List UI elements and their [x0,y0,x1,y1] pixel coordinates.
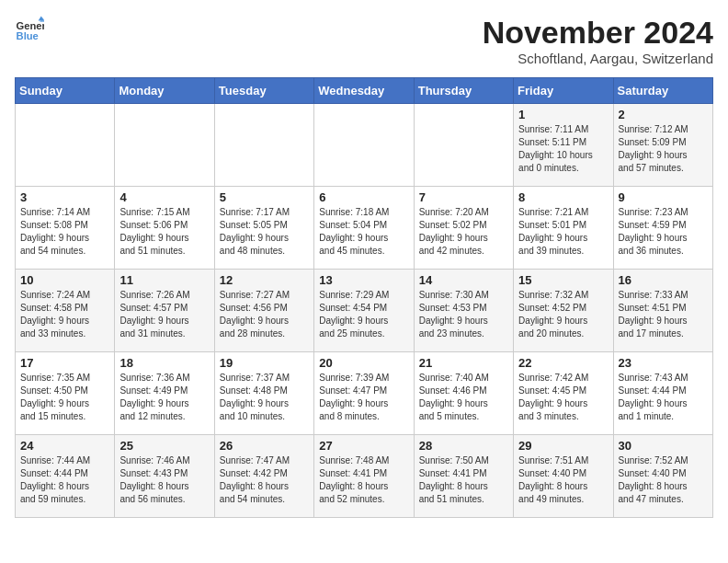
calendar-cell: 20Sunrise: 7:39 AM Sunset: 4:47 PM Dayli… [314,352,414,435]
calendar-cell: 5Sunrise: 7:17 AM Sunset: 5:05 PM Daylig… [214,187,313,270]
location-title: Schoftland, Aargau, Switzerland [483,51,713,66]
day-info: Sunrise: 7:15 AM Sunset: 5:06 PM Dayligh… [119,206,209,258]
day-number: 18 [119,356,209,370]
day-number: 16 [619,273,708,287]
col-header-tuesday: Tuesday [214,78,313,104]
calendar-cell: 7Sunrise: 7:20 AM Sunset: 5:02 PM Daylig… [414,187,513,270]
calendar-table: SundayMondayTuesdayWednesdayThursdayFrid… [15,77,713,518]
day-info: Sunrise: 7:50 AM Sunset: 4:41 PM Dayligh… [419,454,508,506]
calendar-cell: 6Sunrise: 7:18 AM Sunset: 5:04 PM Daylig… [314,187,414,270]
svg-text:Blue: Blue [17,30,39,41]
day-info: Sunrise: 7:32 AM Sunset: 4:52 PM Dayligh… [518,289,608,340]
calendar-cell: 4Sunrise: 7:15 AM Sunset: 5:06 PM Daylig… [115,187,214,270]
calendar-cell: 9Sunrise: 7:23 AM Sunset: 4:59 PM Daylig… [613,187,712,270]
month-title: November 2024 [483,15,713,51]
calendar-cell: 21Sunrise: 7:40 AM Sunset: 4:46 PM Dayli… [414,352,513,435]
calendar-cell: 19Sunrise: 7:37 AM Sunset: 4:48 PM Dayli… [214,352,313,435]
calendar-cell: 14Sunrise: 7:30 AM Sunset: 4:53 PM Dayli… [414,270,513,352]
col-header-friday: Friday [514,78,613,104]
day-info: Sunrise: 7:39 AM Sunset: 4:47 PM Dayligh… [319,372,408,423]
day-number: 6 [319,190,408,204]
calendar-cell: 28Sunrise: 7:50 AM Sunset: 4:41 PM Dayli… [414,435,513,518]
day-number: 21 [419,356,508,370]
calendar-cell: 11Sunrise: 7:26 AM Sunset: 4:57 PM Dayli… [115,270,214,352]
calendar-cell: 13Sunrise: 7:29 AM Sunset: 4:54 PM Dayli… [314,270,414,352]
day-info: Sunrise: 7:47 AM Sunset: 4:42 PM Dayligh… [220,454,309,506]
day-info: Sunrise: 7:20 AM Sunset: 5:02 PM Dayligh… [419,206,508,258]
day-info: Sunrise: 7:44 AM Sunset: 4:44 PM Dayligh… [20,454,109,506]
calendar-week-row: 1Sunrise: 7:11 AM Sunset: 5:11 PM Daylig… [16,104,713,187]
day-number: 8 [518,190,608,204]
day-number: 13 [319,273,408,287]
calendar-week-row: 24Sunrise: 7:44 AM Sunset: 4:44 PM Dayli… [16,435,713,518]
day-number: 3 [20,190,109,204]
calendar-week-row: 10Sunrise: 7:24 AM Sunset: 4:58 PM Dayli… [16,270,713,352]
day-number: 19 [220,356,309,370]
day-number: 12 [220,273,309,287]
day-info: Sunrise: 7:51 AM Sunset: 4:40 PM Dayligh… [518,454,608,506]
day-info: Sunrise: 7:26 AM Sunset: 4:57 PM Dayligh… [119,289,209,340]
calendar-header-row: SundayMondayTuesdayWednesdayThursdayFrid… [16,78,713,104]
calendar-cell [16,104,115,187]
day-number: 26 [220,439,309,453]
day-number: 27 [319,439,408,453]
day-info: Sunrise: 7:52 AM Sunset: 4:40 PM Dayligh… [619,454,708,506]
calendar-cell: 12Sunrise: 7:27 AM Sunset: 4:56 PM Dayli… [214,270,313,352]
day-number: 1 [518,108,608,121]
day-number: 20 [319,356,408,370]
day-info: Sunrise: 7:40 AM Sunset: 4:46 PM Dayligh… [419,372,508,423]
calendar-cell: 18Sunrise: 7:36 AM Sunset: 4:49 PM Dayli… [115,352,214,435]
day-info: Sunrise: 7:18 AM Sunset: 5:04 PM Dayligh… [319,206,408,258]
calendar-cell [115,104,214,187]
day-info: Sunrise: 7:11 AM Sunset: 5:11 PM Dayligh… [518,123,608,175]
calendar-cell [314,104,414,187]
calendar-cell: 16Sunrise: 7:33 AM Sunset: 4:51 PM Dayli… [613,270,712,352]
day-info: Sunrise: 7:46 AM Sunset: 4:43 PM Dayligh… [119,454,209,506]
day-number: 11 [119,273,209,287]
day-info: Sunrise: 7:21 AM Sunset: 5:01 PM Dayligh… [518,206,608,258]
calendar-cell: 24Sunrise: 7:44 AM Sunset: 4:44 PM Dayli… [16,435,115,518]
calendar-cell: 25Sunrise: 7:46 AM Sunset: 4:43 PM Dayli… [115,435,214,518]
day-info: Sunrise: 7:14 AM Sunset: 5:08 PM Dayligh… [20,206,109,258]
day-info: Sunrise: 7:17 AM Sunset: 5:05 PM Dayligh… [220,206,309,258]
calendar-cell: 26Sunrise: 7:47 AM Sunset: 4:42 PM Dayli… [214,435,313,518]
day-number: 5 [220,190,309,204]
day-number: 22 [518,356,608,370]
title-area: November 2024 Schoftland, Aargau, Switze… [483,15,713,66]
logo-icon: General Blue [15,15,44,44]
calendar-cell: 10Sunrise: 7:24 AM Sunset: 4:58 PM Dayli… [16,270,115,352]
day-number: 23 [619,356,708,370]
day-info: Sunrise: 7:12 AM Sunset: 5:09 PM Dayligh… [619,123,708,175]
calendar-cell: 27Sunrise: 7:48 AM Sunset: 4:41 PM Dayli… [314,435,414,518]
day-number: 25 [119,439,209,453]
col-header-monday: Monday [115,78,214,104]
col-header-thursday: Thursday [414,78,513,104]
day-info: Sunrise: 7:37 AM Sunset: 4:48 PM Dayligh… [220,372,309,423]
calendar-cell [214,104,313,187]
day-number: 17 [20,356,109,370]
col-header-sunday: Sunday [16,78,115,104]
calendar-week-row: 3Sunrise: 7:14 AM Sunset: 5:08 PM Daylig… [16,187,713,270]
day-number: 28 [419,439,508,453]
day-info: Sunrise: 7:30 AM Sunset: 4:53 PM Dayligh… [419,289,508,340]
calendar-cell: 17Sunrise: 7:35 AM Sunset: 4:50 PM Dayli… [16,352,115,435]
day-number: 10 [20,273,109,287]
calendar-cell [414,104,513,187]
page-header: General Blue November 2024 Schoftland, A… [15,15,713,66]
calendar-cell: 3Sunrise: 7:14 AM Sunset: 5:08 PM Daylig… [16,187,115,270]
calendar-week-row: 17Sunrise: 7:35 AM Sunset: 4:50 PM Dayli… [16,352,713,435]
calendar-cell: 15Sunrise: 7:32 AM Sunset: 4:52 PM Dayli… [514,270,613,352]
day-number: 29 [518,439,608,453]
day-info: Sunrise: 7:48 AM Sunset: 4:41 PM Dayligh… [319,454,408,506]
calendar-cell: 22Sunrise: 7:42 AM Sunset: 4:45 PM Dayli… [514,352,613,435]
day-number: 7 [419,190,508,204]
day-number: 9 [619,190,708,204]
day-number: 2 [619,108,708,121]
day-info: Sunrise: 7:33 AM Sunset: 4:51 PM Dayligh… [619,289,708,340]
day-info: Sunrise: 7:36 AM Sunset: 4:49 PM Dayligh… [119,372,209,423]
day-info: Sunrise: 7:43 AM Sunset: 4:44 PM Dayligh… [619,372,708,423]
day-number: 14 [419,273,508,287]
calendar-cell: 29Sunrise: 7:51 AM Sunset: 4:40 PM Dayli… [514,435,613,518]
day-info: Sunrise: 7:35 AM Sunset: 4:50 PM Dayligh… [20,372,109,423]
day-number: 15 [518,273,608,287]
